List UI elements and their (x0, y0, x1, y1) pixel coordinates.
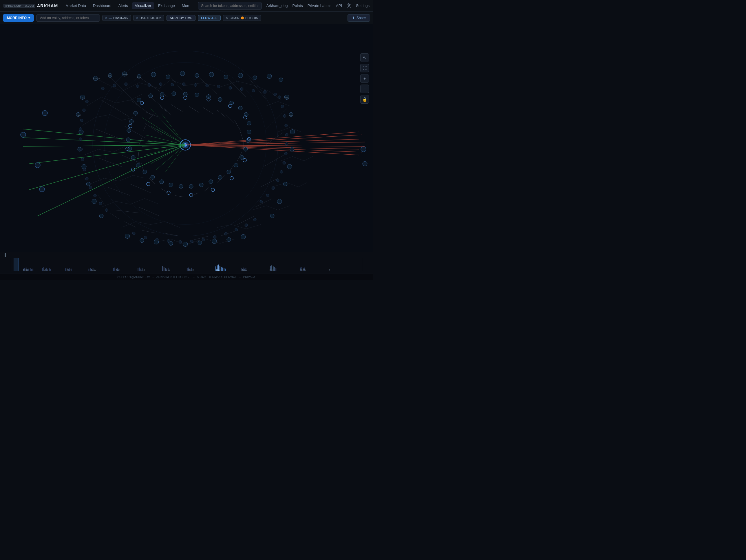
zoom-out-button[interactable]: − (360, 85, 369, 93)
lock-button[interactable]: 🔒 (360, 95, 369, 104)
svg-point-224 (206, 84, 208, 87)
remove-blackrock-icon[interactable]: ✕ (105, 16, 107, 20)
nav-settings[interactable]: Settings (356, 3, 370, 8)
svg-point-216 (113, 84, 116, 87)
filter-blackrock[interactable]: ✕ — BlackRock (102, 15, 131, 21)
svg-point-247 (285, 124, 288, 127)
footer-privacy[interactable]: PRIVACY (243, 275, 256, 278)
timeline[interactable]: ▌ (0, 252, 373, 274)
sort-by-time-button[interactable]: SORT BY TIME (167, 15, 196, 21)
graph-controls: ↖ ⛶ + − 🔒 (360, 53, 369, 104)
svg-point-250 (284, 152, 287, 155)
zoom-in-button[interactable]: + (360, 74, 369, 83)
fullscreen-button[interactable]: ⛶ (360, 64, 369, 72)
svg-text:Node: Node (82, 97, 85, 99)
nav-right-section: Arkham_dog Points Private Labels API 文 S… (266, 3, 370, 9)
svg-point-195 (243, 147, 248, 151)
svg-text:Address: Address (123, 73, 128, 75)
svg-point-204 (169, 183, 173, 187)
svg-point-197 (234, 163, 238, 167)
graph-area[interactable]: BlackRock Wallet Address Entity Node Add… (0, 24, 373, 263)
svg-point-272 (42, 111, 48, 116)
footer-terms[interactable]: TERMS OF SERVICE (208, 275, 237, 278)
svg-point-212 (127, 128, 131, 132)
svg-point-192 (247, 121, 251, 125)
flow-all-button[interactable]: FLOW ALL (198, 15, 220, 21)
filter-chain[interactable]: ✕ CHAIN BITCOIN (223, 15, 261, 21)
svg-text:Entity: Entity (289, 114, 293, 116)
svg-rect-350 (225, 269, 226, 271)
svg-text:Oct: Oct (216, 268, 221, 271)
svg-text:Mar: Mar (44, 268, 48, 271)
nav-more[interactable]: More (179, 2, 194, 9)
svg-point-154 (267, 74, 271, 79)
svg-point-260 (167, 240, 170, 243)
svg-point-229 (263, 91, 266, 93)
svg-point-171 (270, 214, 274, 218)
svg-point-201 (199, 183, 203, 187)
translate-icon[interactable]: 文 (347, 3, 351, 9)
minus-icon: − (364, 87, 366, 91)
nav-user[interactable]: Arkham_dog (266, 3, 288, 8)
nav-market-data[interactable]: Market Data (62, 2, 89, 9)
svg-text:Dec: Dec (269, 268, 275, 271)
svg-rect-339 (187, 268, 188, 271)
svg-point-238 (83, 168, 86, 171)
svg-point-271 (39, 187, 45, 192)
svg-point-232 (83, 109, 85, 112)
search-input[interactable] (198, 2, 261, 9)
svg-rect-299 (11, 258, 362, 271)
footer-company: ARKHAM INTELLIGENCE (156, 275, 191, 278)
footer-email: SUPPORT@ARKM.COM (117, 275, 150, 278)
svg-point-189 (230, 101, 234, 105)
nav-private-labels[interactable]: Private Labels (308, 3, 331, 8)
svg-point-220 (159, 83, 162, 86)
svg-point-231 (85, 100, 88, 103)
svg-point-240 (89, 186, 92, 189)
svg-point-217 (124, 83, 127, 86)
share-button[interactable]: ⬆ Share (347, 14, 370, 22)
svg-rect-309 (42, 268, 43, 271)
svg-point-270 (21, 132, 26, 138)
top-navigation: PARSIANCRYPTO.COM ARKHAM Market Data Das… (0, 0, 373, 11)
cursor-tool-button[interactable]: ↖ (360, 53, 369, 62)
svg-point-269 (35, 163, 40, 168)
nav-points[interactable]: Points (292, 3, 303, 8)
remove-chain-icon[interactable]: ✕ (226, 16, 228, 20)
svg-point-223 (194, 84, 197, 87)
svg-point-230 (274, 93, 277, 96)
nav-visualizer[interactable]: Visualizer (132, 2, 154, 9)
nav-dashboard[interactable]: Dashboard (90, 2, 114, 9)
graph-canvas[interactable]: BlackRock Wallet Address Entity Node Add… (0, 24, 373, 263)
more-info-button[interactable]: MORE INFO ▾ (3, 14, 34, 22)
remove-usd-icon[interactable]: ✕ (136, 16, 138, 20)
timeline-chart[interactable]: Feb Mar Apr May Jun Jul Aug Sept Oct Nov… (0, 258, 373, 271)
svg-rect-306 (30, 268, 31, 271)
svg-point-213 (130, 120, 134, 124)
svg-point-273 (361, 147, 366, 152)
timeline-labels: ▌ (0, 252, 373, 258)
network-graph[interactable]: BlackRock Wallet Address Entity Node Add… (0, 24, 373, 263)
svg-text:May: May (91, 268, 96, 271)
nav-api[interactable]: API (336, 3, 342, 8)
svg-point-236 (80, 148, 83, 151)
entity-input[interactable] (36, 14, 100, 22)
svg-point-233 (80, 119, 83, 122)
svg-point-206 (151, 175, 155, 179)
svg-text:2025: 2025 (299, 268, 306, 271)
svg-point-225 (217, 85, 220, 88)
svg-rect-315 (50, 269, 51, 271)
svg-point-179 (227, 238, 231, 242)
svg-point-215 (102, 87, 104, 90)
svg-point-228 (252, 89, 255, 92)
svg-point-205 (160, 180, 164, 184)
nav-exchange[interactable]: Exchange (155, 2, 178, 9)
site-badge: PARSIANCRYPTO.COM (3, 4, 35, 8)
svg-rect-307 (31, 269, 32, 271)
lock-icon: 🔒 (362, 97, 367, 101)
nav-alerts[interactable]: Alerts (116, 2, 131, 9)
svg-text:BlackRock: BlackRock (93, 78, 100, 80)
svg-point-235 (79, 138, 82, 141)
svg-point-246 (283, 115, 286, 118)
filter-usd[interactable]: ✕ USD ≥ $10.00K (133, 15, 164, 21)
